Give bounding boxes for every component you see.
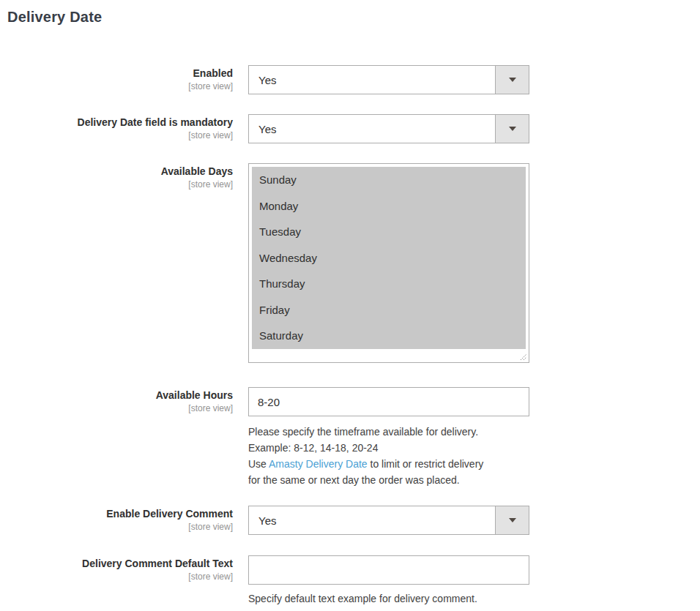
mandatory-select-value: Yes <box>258 123 276 135</box>
enabled-select[interactable]: Yes <box>248 65 529 94</box>
delivery-comment-default-text-scope-label: [store view] <box>7 571 233 582</box>
chevron-down-icon <box>509 78 516 82</box>
available-days-multiselect[interactable]: Sunday Monday Tuesday Wednesday Thursday… <box>248 163 529 363</box>
enabled-scope-label: [store view] <box>7 80 233 92</box>
available-days-scope-label: [store view] <box>7 179 233 190</box>
amasty-delivery-date-link[interactable]: Amasty Delivery Date <box>269 458 368 470</box>
delivery-comment-default-text-label: Delivery Comment Default Text <box>7 557 233 571</box>
available-days-field-cell: Sunday Monday Tuesday Wednesday Thursday… <box>248 163 529 363</box>
note-line-3-pre: Use <box>248 458 269 470</box>
mandatory-field-cell: Yes <box>248 114 529 143</box>
enabled-select-value: Yes <box>258 74 276 86</box>
available-days-label: Available Days <box>7 165 233 179</box>
enable-delivery-comment-field-row: Enable Delivery Comment [store view] Yes <box>7 506 700 535</box>
enabled-label: Enabled <box>7 67 233 80</box>
mandatory-label: Delivery Date field is mandatory <box>7 116 233 130</box>
enable-delivery-comment-select-arrow-button[interactable] <box>495 506 529 534</box>
available-hours-input[interactable] <box>248 387 529 416</box>
option-sunday[interactable]: Sunday <box>252 167 526 193</box>
enabled-select-arrow-button[interactable] <box>495 66 529 94</box>
chevron-down-icon <box>509 127 516 131</box>
note-line-3: Use Amasty Delivery Date to limit or res… <box>248 456 529 472</box>
note-line-4: for the same or next day the order was p… <box>248 472 529 488</box>
option-tuesday[interactable]: Tuesday <box>252 219 526 245</box>
option-thursday[interactable]: Thursday <box>252 271 526 297</box>
available-hours-label: Available Hours <box>7 389 233 402</box>
delivery-comment-default-text-label-cell: Delivery Comment Default Text [store vie… <box>7 555 233 582</box>
option-monday[interactable]: Monday <box>252 193 526 220</box>
available-hours-field-row: Available Hours [store view] Please spec… <box>7 387 700 488</box>
option-wednesday[interactable]: Wednesday <box>252 245 526 271</box>
enabled-label-cell: Enabled [store view] <box>7 65 233 92</box>
enable-delivery-comment-field-cell: Yes <box>248 506 529 535</box>
mandatory-field-row: Delivery Date field is mandatory [store … <box>7 114 700 143</box>
note-line-3-post: to limit or restrict delivery <box>368 458 484 470</box>
delivery-date-settings-page: Delivery Date Enabled [store view] Yes D… <box>0 0 700 611</box>
enable-delivery-comment-label-cell: Enable Delivery Comment [store view] <box>7 506 233 533</box>
available-days-label-cell: Available Days [store view] <box>7 163 233 190</box>
available-hours-note: Please specify the timeframe available f… <box>248 424 529 488</box>
available-days-field-row: Available Days [store view] Sunday Monda… <box>7 163 700 363</box>
resize-handle-icon[interactable] <box>518 352 527 361</box>
mandatory-select-arrow-button[interactable] <box>495 115 529 143</box>
option-saturday[interactable]: Saturday <box>252 323 526 349</box>
enable-delivery-comment-scope-label: [store view] <box>7 521 233 533</box>
note-line-1: Please specify the timeframe available f… <box>248 424 529 440</box>
delivery-comment-default-text-field-cell: Specify default text example for deliver… <box>248 555 529 607</box>
chevron-down-icon <box>509 518 516 522</box>
delivery-comment-note: Specify default text example for deliver… <box>248 591 529 607</box>
available-hours-label-cell: Available Hours [store view] <box>7 387 233 414</box>
enabled-field-row: Enabled [store view] Yes <box>7 65 700 94</box>
mandatory-label-cell: Delivery Date field is mandatory [store … <box>7 114 233 141</box>
page-title: Delivery Date <box>7 9 700 25</box>
delivery-comment-default-text-input[interactable] <box>248 555 529 585</box>
mandatory-scope-label: [store view] <box>7 130 233 141</box>
delivery-comment-default-text-field-row: Delivery Comment Default Text [store vie… <box>7 555 700 607</box>
mandatory-select[interactable]: Yes <box>248 114 529 143</box>
enable-delivery-comment-label: Enable Delivery Comment <box>7 507 233 521</box>
available-hours-field-cell: Please specify the timeframe available f… <box>248 387 529 488</box>
enable-delivery-comment-select-value: Yes <box>258 514 276 527</box>
option-friday[interactable]: Friday <box>252 297 526 323</box>
note-line-1: Specify default text example for deliver… <box>248 591 529 607</box>
enabled-field-cell: Yes <box>248 65 529 94</box>
note-line-2: Example: 8-12, 14-18, 20-24 <box>248 440 529 456</box>
enable-delivery-comment-select[interactable]: Yes <box>248 506 529 535</box>
available-hours-scope-label: [store view] <box>7 402 233 414</box>
